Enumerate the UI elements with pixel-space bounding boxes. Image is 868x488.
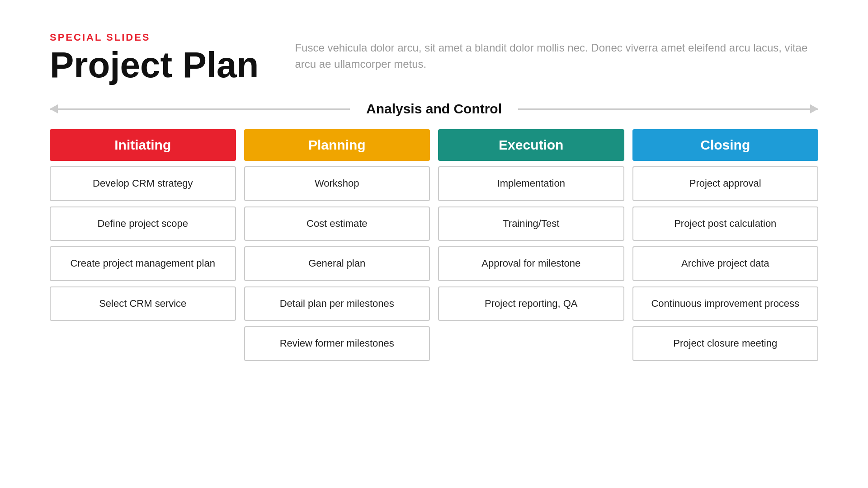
arrow-line-right (518, 108, 818, 110)
arrow-line-left (50, 108, 350, 110)
card-planning-3: Detail plan per milestones (244, 286, 430, 321)
card-execution-0: Implementation (438, 166, 624, 201)
card-planning-2: General plan (244, 246, 430, 281)
card-execution-1: Training/Test (438, 206, 624, 241)
title-block: SPECIAL SLIDES Project Plan (50, 32, 259, 83)
column-header-execution: Execution (438, 129, 624, 161)
card-planning-1: Cost estimate (244, 206, 430, 241)
card-initiating-3: Select CRM service (50, 286, 236, 321)
description-text: Fusce vehicula dolor arcu, sit amet a bl… (295, 40, 818, 72)
card-closing-1: Project post calculation (632, 206, 819, 241)
card-closing-2: Archive project data (632, 246, 819, 281)
column-execution: ExecutionImplementationTraining/TestAppr… (438, 129, 624, 361)
description-block: Fusce vehicula dolor arcu, sit amet a bl… (295, 32, 818, 72)
column-initiating: InitiatingDevelop CRM strategyDefine pro… (50, 129, 236, 361)
card-initiating-1: Define project scope (50, 206, 236, 241)
slide: SPECIAL SLIDES Project Plan Fusce vehicu… (0, 0, 868, 488)
card-execution-2: Approval for milestone (438, 246, 624, 281)
card-initiating-2: Create project management plan (50, 246, 236, 281)
arrow-label: Analysis and Control (350, 101, 518, 117)
card-planning-4: Review former milestones (244, 326, 430, 361)
column-header-closing: Closing (632, 129, 819, 161)
card-closing-0: Project approval (632, 166, 819, 201)
column-header-planning: Planning (244, 129, 430, 161)
column-planning: PlanningWorkshopCost estimateGeneral pla… (244, 129, 430, 361)
arrow-row: Analysis and Control (50, 101, 818, 117)
card-closing-3: Continuous improvement process (632, 286, 819, 321)
header-row: SPECIAL SLIDES Project Plan Fusce vehicu… (50, 32, 818, 83)
columns-grid: InitiatingDevelop CRM strategyDefine pro… (50, 129, 818, 361)
card-planning-0: Workshop (244, 166, 430, 201)
card-execution-3: Project reporting, QA (438, 286, 624, 321)
card-closing-4: Project closure meeting (632, 326, 819, 361)
column-closing: ClosingProject approvalProject post calc… (632, 129, 819, 361)
column-header-initiating: Initiating (50, 129, 236, 161)
special-label: SPECIAL SLIDES (50, 32, 259, 43)
card-initiating-0: Develop CRM strategy (50, 166, 236, 201)
page-title: Project Plan (50, 47, 259, 83)
